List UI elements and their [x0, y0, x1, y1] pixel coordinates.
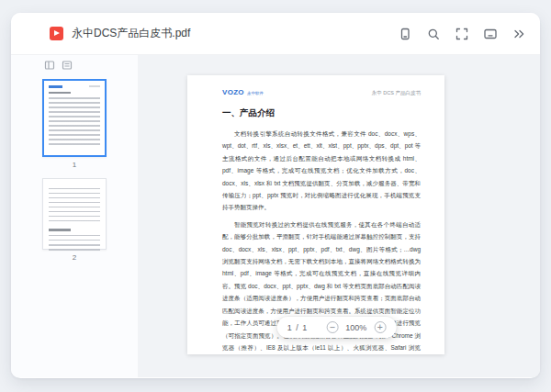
- thumbnail-heading-mark: [49, 92, 71, 95]
- toolbar-actions: [397, 26, 527, 42]
- body-paragraph: 文档转换引擎系统自动转换文件格式，兼容文件 doc、docx、wps、wpt、d…: [222, 128, 421, 214]
- page-thumbnail-1[interactable]: [42, 79, 107, 157]
- thumbnail-header-mark: [89, 85, 100, 87]
- fullscreen-icon[interactable]: [454, 26, 470, 42]
- outline-view-icon[interactable]: [62, 60, 73, 71]
- page-number-label: 2: [73, 253, 76, 262]
- section-heading: 一、产品介绍: [222, 107, 421, 119]
- vozo-logo: VOZO: [222, 88, 244, 96]
- pdf-viewer-window: 永中DCS产品白皮书.pdf: [11, 13, 540, 378]
- sidebar-tools: [44, 60, 138, 71]
- thumbnail-view-icon[interactable]: [44, 60, 55, 71]
- doc-logo: VOZO永中软件: [222, 82, 264, 98]
- thumbnail-panel: 1 2: [11, 55, 138, 377]
- thumbnail-text-lines: [49, 235, 100, 252]
- viewer-controls: 1 / 1 − 100% +: [277, 317, 397, 338]
- file-title: 永中DCS产品白皮书.pdf: [72, 26, 190, 41]
- document-page: VOZO永中软件 永中 DCS 产品白皮书 一、产品介绍 文档转换引擎系统自动转…: [187, 75, 444, 354]
- vozo-logo-subtext: 永中软件: [247, 91, 264, 95]
- thumbnail-logo-mark: [49, 85, 62, 88]
- document-icon[interactable]: [397, 26, 413, 42]
- pdf-file-icon: [50, 27, 63, 40]
- zoom-in-button[interactable]: +: [374, 321, 386, 333]
- page-number-label: 1: [73, 161, 76, 169]
- presentation-icon[interactable]: [482, 26, 499, 42]
- thumbnail-list: 1 2: [11, 79, 138, 271]
- page-header-title: 永中 DCS 产品白皮书: [372, 90, 421, 96]
- thumbnail-header: [49, 85, 100, 88]
- search-icon[interactable]: [425, 26, 442, 42]
- thumbnail-heading-mark: [49, 229, 71, 231]
- thumbnail-text-lines: [49, 97, 100, 147]
- more-tools-icon[interactable]: [511, 26, 527, 42]
- zoom-level: 100%: [345, 323, 366, 332]
- content-row: 1 2 VOZO永中软件 永中 DCS 产品白皮书 一、产品介绍: [11, 55, 540, 377]
- document-viewer[interactable]: VOZO永中软件 永中 DCS 产品白皮书 一、产品介绍 文档转换引擎系统自动转…: [138, 55, 540, 377]
- page-thumbnail-2[interactable]: [42, 178, 107, 250]
- page-indicator: 1 / 1: [287, 323, 309, 332]
- zoom-out-button[interactable]: −: [326, 321, 338, 333]
- thumbnail-text-lines: [49, 188, 100, 225]
- page-header: VOZO永中软件 永中 DCS 产品白皮书: [222, 82, 421, 98]
- titlebar: 永中DCS产品白皮书.pdf: [11, 13, 540, 55]
